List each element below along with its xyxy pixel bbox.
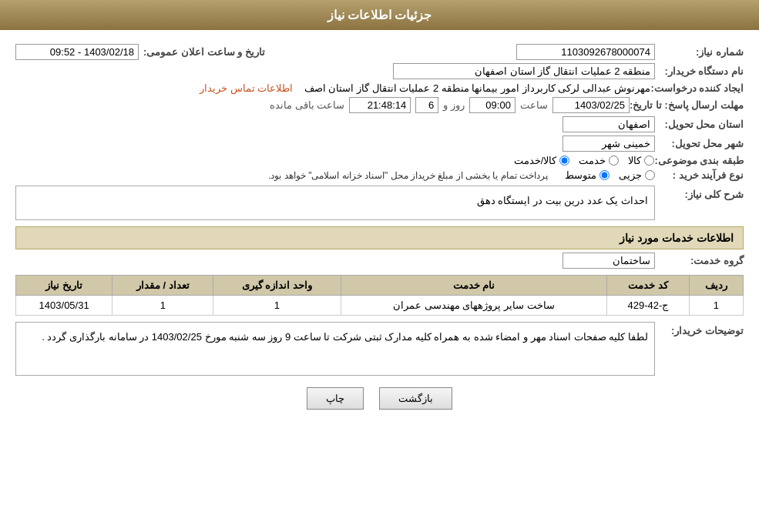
category-options: کالا خدمت کالا/خدمت [15, 155, 654, 166]
category-radio-group: کالا خدمت کالا/خدمت [15, 155, 654, 166]
requester-label: ایجاد کننده درخواست: [650, 82, 744, 94]
purchase-motavasset-label: متوسط [565, 169, 596, 181]
category-kala-option: کالا [628, 155, 654, 166]
cell-code: ج-42-429 [607, 296, 690, 316]
response-deadline-values: 1403/02/25 ساعت 09:00 روز و 6 21:48:14 س… [15, 97, 630, 113]
purchase-jozvi-option: جزیی [619, 169, 655, 181]
need-number-row: شماره نیاز: 1103092678000074 تاریخ و ساع… [15, 44, 744, 60]
col-qty: تعداد / مقدار [113, 276, 213, 296]
col-row: ردیف [689, 276, 743, 296]
cell-row: 1 [689, 296, 743, 316]
category-kala-radio[interactable] [644, 156, 654, 166]
purchase-motavasset-radio[interactable] [599, 170, 610, 180]
response-deadline-row: مهلت ارسال پاسخ: تا تاریخ: 1403/02/25 سا… [15, 97, 744, 113]
announce-datetime-label: تاریخ و ساعت اعلان عمومی: [143, 46, 265, 58]
contact-link[interactable]: اطلاعات تماس خریدار [200, 82, 293, 94]
buyer-org-input: منطقه 2 عملیات انتقال گاز استان اصفهان [393, 63, 655, 79]
table-row: 1ج-42-429ساخت سایر پروژههای مهندسی عمران… [16, 296, 744, 316]
delivery-city-label: شهر محل تحویل: [655, 138, 744, 149]
buyer-note-label: توضیحات خریدار: [655, 322, 744, 336]
buyer-org-label: نام دستگاه خریدار: [655, 65, 744, 77]
cell-unit: 1 [213, 296, 341, 316]
page-title: جزئیات اطلاعات نیاز [327, 8, 432, 22]
category-khedmat-option: خدمت [579, 155, 619, 166]
service-group-value: ساختمان [15, 253, 655, 269]
print-button[interactable]: چاپ [307, 387, 364, 410]
category-kala-khedmat-radio[interactable] [559, 156, 569, 166]
category-khedmat-label: خدمت [579, 155, 606, 166]
time-label: ساعت [520, 99, 548, 111]
purchase-type-options: جزیی متوسط پرداخت تمام یا بخشی از مبلغ خ… [15, 169, 655, 181]
delivery-province-input: اصفهان [563, 116, 655, 132]
category-kala-label: کالا [628, 155, 641, 166]
col-name: نام خدمت [341, 276, 607, 296]
delivery-city-input: خمینی شهر [563, 136, 655, 152]
delivery-province-row: استان محل تحویل: اصفهان [15, 116, 744, 132]
purchase-jozvi-radio[interactable] [645, 170, 655, 180]
category-row: طبقه بندی موضوعی: کالا خدمت کالا/خدمت [15, 155, 744, 166]
need-number-input: 1103092678000074 [516, 44, 655, 60]
category-khedmat-radio[interactable] [609, 156, 619, 166]
purchase-type-note: پرداخت تمام یا بخشی از مبلغ خریداز محل "… [268, 170, 548, 181]
services-table: ردیف کد خدمت نام خدمت واحد اندازه گیری ت… [15, 275, 744, 316]
description-row: شرح کلی نیاز: احداث یک عدد درین بیت در ا… [15, 186, 744, 220]
delivery-city-row: شهر محل تحویل: خمینی شهر [15, 136, 744, 152]
requester-row: ایجاد کننده درخواست: مهرنوش عبدالی لرکی … [15, 82, 744, 94]
buttons-row: بازگشت چاپ [15, 387, 744, 410]
remaining-label: ساعت باقی مانده [270, 99, 344, 111]
response-remaining-value: 21:48:14 [349, 97, 411, 113]
services-section-header: اطلاعات خدمات مورد نیاز [15, 226, 744, 249]
delivery-province-value: اصفهان [15, 116, 655, 132]
need-number-value: 1103092678000074 [280, 44, 655, 60]
days-label: روز و [443, 99, 465, 111]
cell-name: ساخت سایر پروژههای مهندسی عمران [341, 296, 607, 316]
description-label: شرح کلی نیاز: [655, 186, 744, 200]
purchase-type-radio-group: جزیی متوسط پرداخت تمام یا بخشی از مبلغ خ… [15, 169, 655, 181]
response-date-value: 1403/02/25 [552, 97, 630, 113]
requester-text: مهرنوش عبدالی لرکی کاربرداز امور بیمانها… [304, 82, 651, 94]
service-group-label: گروه خدمت: [655, 255, 744, 266]
cell-date: 1403/05/31 [16, 296, 113, 316]
page-header: جزئیات اطلاعات نیاز [0, 0, 759, 30]
category-kala-khedmat-option: کالا/خدمت [514, 155, 570, 166]
description-text: احداث یک عدد درین بیت در ایستگاه دهق [477, 195, 648, 206]
need-number-label: شماره نیاز: [655, 46, 744, 58]
col-code: کد خدمت [607, 276, 690, 296]
purchase-type-label: نوع فرآیند خرید : [655, 169, 744, 181]
buyer-org-value: منطقه 2 عملیات انتقال گاز استان اصفهان [15, 63, 655, 79]
col-unit: واحد اندازه گیری [213, 276, 341, 296]
buyer-note-row: توضیحات خریدار: لطفا کلیه صفحات اسناد مه… [15, 322, 744, 376]
col-date: تاریخ نیاز [16, 276, 113, 296]
buyer-org-row: نام دستگاه خریدار: منطقه 2 عملیات انتقال… [15, 63, 744, 79]
delivery-city-value: خمینی شهر [15, 136, 655, 152]
purchase-motavasset-option: متوسط [565, 169, 610, 181]
service-group-row: گروه خدمت: ساختمان [15, 253, 744, 269]
purchase-jozvi-label: جزیی [619, 169, 642, 181]
category-label: طبقه بندی موضوعی: [654, 155, 744, 166]
announce-datetime-value: 1403/02/18 - 09:52 [15, 44, 139, 60]
back-button[interactable]: بازگشت [379, 387, 452, 410]
buyer-note-value: لطفا کلیه صفحات اسناد مهر و امضاء شده به… [15, 322, 655, 376]
category-kala-khedmat-label: کالا/خدمت [514, 155, 557, 166]
page-container: جزئیات اطلاعات نیاز شماره نیاز: 11030926… [0, 0, 759, 532]
requester-value: مهرنوش عبدالی لرکی کاربرداز امور بیمانها… [15, 82, 650, 94]
response-deadline-label: مهلت ارسال پاسخ: تا تاریخ: [630, 99, 744, 111]
service-group-input: ساختمان [563, 253, 655, 269]
description-value: احداث یک عدد درین بیت در ایستگاه دهق [15, 186, 655, 220]
purchase-type-row: نوع فرآیند خرید : جزیی متوسط پرداخت تمام… [15, 169, 744, 181]
content-area: شماره نیاز: 1103092678000074 تاریخ و ساع… [0, 30, 759, 429]
response-time-value: 09:00 [469, 97, 516, 113]
buyer-note-box: لطفا کلیه صفحات اسناد مهر و امضاء شده به… [15, 322, 655, 376]
buyer-note-text: لطفا کلیه صفحات اسناد مهر و امضاء شده به… [42, 331, 648, 343]
cell-qty: 1 [113, 296, 213, 316]
description-box: احداث یک عدد درین بیت در ایستگاه دهق [15, 186, 655, 220]
delivery-province-label: استان محل تحویل: [655, 119, 744, 130]
response-days-value: 6 [415, 97, 438, 113]
